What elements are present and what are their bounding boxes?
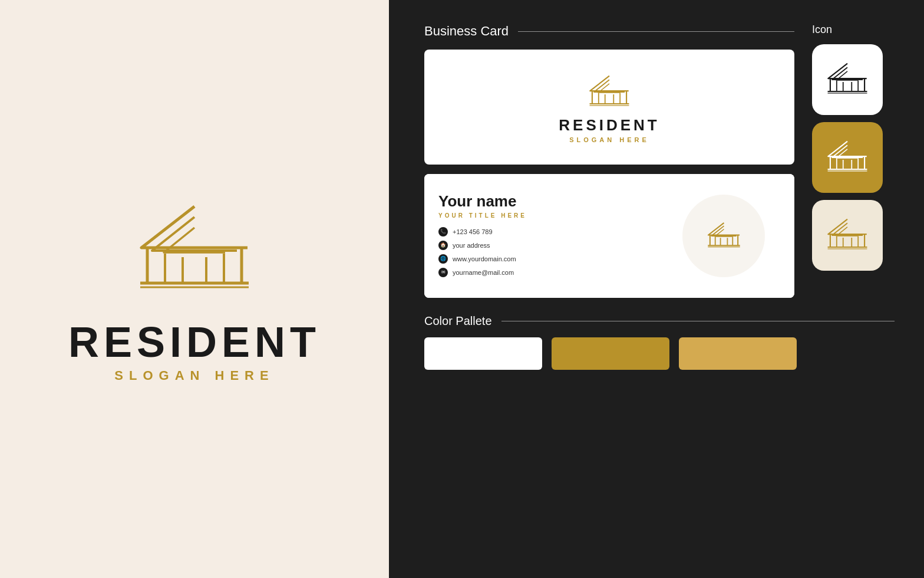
business-card-back: Your name YOUR TITLE HERE 📞 +123 456 789…	[424, 174, 794, 298]
card-email: yourname@mail.com	[453, 269, 514, 276]
color-palette-section: Color Pallete	[424, 314, 895, 370]
card-address: your address	[453, 242, 490, 249]
business-cards-column: Business Card	[424, 24, 794, 298]
icon-section: Icon	[812, 24, 895, 271]
card-website: www.yourdomain.com	[453, 255, 516, 262]
business-card-section-header: Business Card	[424, 24, 794, 39]
icon-boxes	[812, 44, 883, 271]
card-back-title: YOUR TITLE HERE	[438, 212, 527, 219]
card-back-name: Your name	[438, 193, 527, 210]
icon-gold-logo	[824, 137, 871, 178]
icon-box-gold	[812, 122, 883, 193]
left-panel: RESIDENT SLOGAN HERE	[0, 0, 389, 578]
home-icon: 🏠	[438, 241, 448, 250]
icon-box-white	[812, 44, 883, 115]
icon-cream-logo	[824, 215, 871, 256]
palette-swatches	[424, 337, 895, 370]
right-panel: Business Card	[389, 0, 924, 578]
icon-white-logo	[824, 59, 871, 100]
swatch-gold-dark	[552, 337, 669, 370]
card-front-logo	[586, 71, 633, 113]
logo-svg-wrap	[130, 195, 259, 309]
card-phone-row: 📞 +123 456 789	[438, 227, 527, 237]
business-card-front: RESIDENT SLOGAN HERE	[424, 50, 794, 165]
palette-divider	[501, 321, 895, 321]
swatch-white	[424, 337, 542, 370]
card-back-logo	[705, 218, 743, 254]
email-icon: ✉	[438, 268, 448, 277]
main-logo-icon	[130, 195, 259, 307]
card-back-face: Your name YOUR TITLE HERE 📞 +123 456 789…	[424, 174, 794, 298]
section-divider	[518, 31, 794, 32]
card-front-brand: RESIDENT	[559, 116, 659, 134]
card-front-face: RESIDENT SLOGAN HERE	[424, 50, 794, 165]
brand-slogan: SLOGAN HERE	[114, 368, 274, 383]
card-back-circle	[682, 195, 765, 277]
brand-name: RESIDENT	[68, 321, 321, 363]
globe-icon: 🌐	[438, 254, 448, 264]
palette-label: Color Pallete	[424, 314, 492, 328]
card-back-info: Your name YOUR TITLE HERE 📞 +123 456 789…	[438, 193, 527, 279]
palette-header: Color Pallete	[424, 314, 895, 328]
icon-label: Icon	[812, 24, 832, 36]
card-address-row: 🏠 your address	[438, 241, 527, 250]
card-email-row: ✉ yourname@mail.com	[438, 268, 527, 277]
swatch-gold-light	[679, 337, 797, 370]
business-card-label: Business Card	[424, 24, 509, 39]
card-front-slogan: SLOGAN HERE	[569, 136, 649, 143]
card-phone: +123 456 789	[453, 228, 493, 235]
phone-icon: 📞	[438, 227, 448, 237]
icon-section-header: Icon	[812, 24, 832, 36]
card-website-row: 🌐 www.yourdomain.com	[438, 254, 527, 264]
logo-container: RESIDENT SLOGAN HERE	[68, 195, 321, 383]
icon-box-cream	[812, 200, 883, 271]
